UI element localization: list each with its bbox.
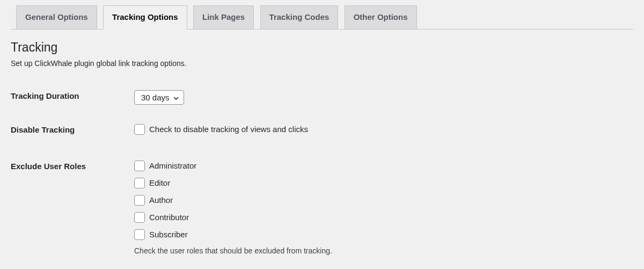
settings-form-table: Tracking Duration 30 days Disable Tracki… [11,81,633,265]
role-label-author[interactable]: Author [149,195,173,205]
tracking-duration-select[interactable]: 30 days [134,90,184,105]
role-checkbox-author[interactable] [134,195,145,206]
role-checkbox-contributor[interactable] [134,212,145,223]
role-checkbox-subscriber[interactable] [134,229,145,240]
role-label-contributor[interactable]: Contributor [149,213,189,222]
role-label-editor[interactable]: Editor [149,178,170,187]
disable-tracking-checkbox-label[interactable]: Check to disable tracking of views and c… [149,125,308,134]
exclude-user-roles-label: Exclude User Roles [11,151,129,265]
role-checkbox-editor[interactable] [134,178,145,188]
tab-general-options[interactable]: General Options [16,5,97,29]
disable-tracking-checkbox[interactable] [134,124,145,135]
disable-tracking-label: Disable Tracking [11,114,129,151]
chevron-down-icon [173,94,179,100]
tabs-nav: General Options Tracking Options Link Pa… [11,0,633,30]
section-title: Tracking [11,40,633,55]
section-description: Set up ClickWhale plugin global link tra… [11,59,633,68]
role-checkbox-administrator[interactable] [134,161,145,171]
role-label-subscriber[interactable]: Subscriber [149,230,188,239]
tab-link-pages[interactable]: Link Pages [193,5,254,29]
exclude-user-roles-description: Check the user roles that should be excl… [134,246,628,255]
tracking-duration-value: 30 days [141,93,170,102]
tab-tracking-options[interactable]: Tracking Options [103,5,187,30]
tab-tracking-codes[interactable]: Tracking Codes [260,5,339,29]
tab-other-options[interactable]: Other Options [345,5,417,29]
role-label-administrator[interactable]: Administrator [149,161,196,170]
tracking-duration-label: Tracking Duration [11,81,129,114]
